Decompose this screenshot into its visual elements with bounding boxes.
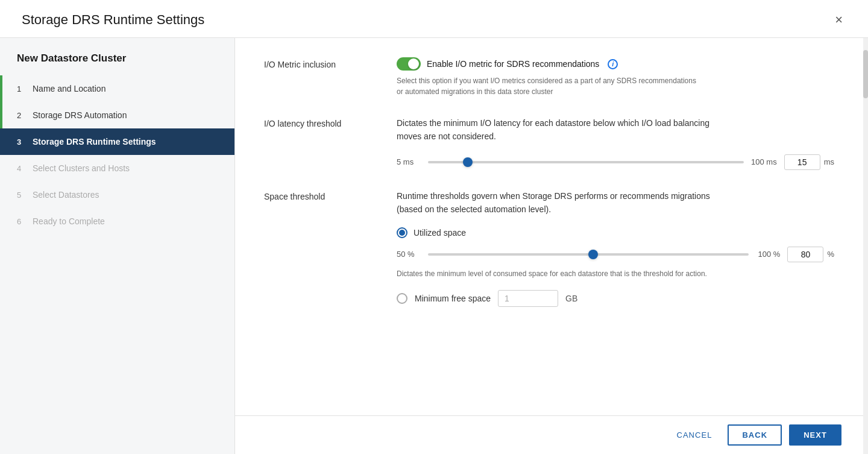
io-latency-control: Dictates the minimum I/O latency for eac… — [397, 116, 834, 170]
dialog-title: Storage DRS Runtime Settings — [22, 12, 204, 28]
io-metric-label: I/O Metric inclusion — [264, 57, 397, 69]
back-button[interactable]: BACK — [728, 424, 782, 446]
io-latency-max-label: 100 ms — [751, 157, 777, 166]
utilized-input-group: % — [787, 247, 834, 262]
io-latency-input-group: ms — [784, 154, 834, 170]
io-latency-slider-row: 5 ms 100 ms ms — [397, 154, 834, 170]
utilized-max-label: 100 % — [756, 250, 780, 259]
utilized-unit: % — [827, 250, 834, 259]
sidebar: New Datastore Cluster 1 Name and Locatio… — [0, 38, 235, 454]
sidebar-item-ready-to-complete: 6 Ready to Complete — [0, 208, 234, 235]
minimum-free-space-unit: GB — [565, 294, 577, 303]
io-latency-label: I/O latency threshold — [264, 116, 397, 128]
step-5-label: Select Datastores — [33, 190, 99, 200]
space-threshold-description: Runtime thresholds govern when Storage D… — [397, 189, 734, 216]
content-area: I/O Metric inclusion Enable I/O metric f… — [235, 38, 863, 415]
sidebar-item-storage-drs-runtime[interactable]: 3 Storage DRS Runtime Settings — [0, 128, 234, 155]
utilized-space-radio-row[interactable]: Utilized space — [397, 227, 834, 238]
step-2-number: 2 — [17, 111, 25, 120]
dialog-header: Storage DRS Runtime Settings × — [0, 0, 868, 38]
io-latency-min-label: 5 ms — [397, 157, 421, 166]
minimum-free-space-row: Minimum free space GB — [397, 290, 834, 307]
io-latency-value-input[interactable] — [784, 154, 820, 170]
close-button[interactable]: × — [831, 12, 846, 28]
step-3-number: 3 — [17, 137, 25, 147]
utilized-sub-description: Dictates the minimum level of consumed s… — [397, 268, 710, 279]
utilized-track — [428, 253, 749, 256]
io-latency-unit: ms — [824, 157, 834, 166]
scrollbar[interactable] — [863, 38, 868, 454]
io-latency-row: I/O latency threshold Dictates the minim… — [264, 116, 834, 170]
sidebar-item-name-and-location[interactable]: 1 Name and Location — [0, 75, 234, 102]
space-threshold-control: Runtime thresholds govern when Storage D… — [397, 189, 834, 307]
next-button[interactable]: NEXT — [789, 424, 841, 446]
sidebar-item-storage-drs-automation[interactable]: 2 Storage DRS Automation — [0, 102, 234, 128]
main-content: I/O Metric inclusion Enable I/O metric f… — [235, 38, 863, 454]
step-4-number: 4 — [17, 164, 25, 173]
utilized-slider-container[interactable] — [428, 248, 749, 260]
footer: CANCEL BACK NEXT — [235, 415, 863, 454]
step-6-label: Ready to Complete — [33, 216, 105, 226]
io-metric-toggle-label: Enable I/O metric for SDRS recommendatio… — [427, 59, 599, 69]
sidebar-item-select-datastores: 5 Select Datastores — [0, 181, 234, 208]
utilized-value-input[interactable] — [787, 247, 823, 262]
scrollbar-thumb[interactable] — [863, 50, 868, 98]
utilized-space-slider-row: 50 % 100 % % — [397, 247, 834, 262]
step-5-number: 5 — [17, 191, 25, 200]
step-3-label: Storage DRS Runtime Settings — [33, 137, 156, 147]
io-latency-description: Dictates the minimum I/O latency for eac… — [397, 116, 734, 143]
step-6-number: 6 — [17, 217, 25, 226]
sidebar-item-select-clusters: 4 Select Clusters and Hosts — [0, 155, 234, 181]
io-metric-description: Select this option if you want I/O metri… — [397, 75, 698, 97]
step-2-label: Storage DRS Automation — [33, 110, 127, 120]
io-latency-slider-container[interactable] — [428, 156, 744, 168]
io-metric-row: I/O Metric inclusion Enable I/O metric f… — [264, 57, 834, 97]
io-latency-track — [428, 161, 744, 163]
io-metric-control: Enable I/O metric for SDRS recommendatio… — [397, 57, 834, 97]
io-latency-thumb[interactable] — [463, 157, 473, 167]
io-metric-info-icon[interactable]: i — [608, 59, 618, 69]
cancel-button[interactable]: CANCEL — [668, 426, 720, 444]
utilized-min-label: 50 % — [397, 250, 421, 259]
step-1-label: Name and Location — [33, 84, 105, 93]
utilized-space-label: Utilized space — [414, 228, 466, 238]
space-threshold-label: Space threshold — [264, 189, 397, 201]
io-metric-toggle[interactable] — [397, 57, 421, 71]
step-1-number: 1 — [17, 84, 25, 93]
utilized-thumb[interactable] — [588, 250, 598, 259]
utilized-space-radio[interactable] — [397, 227, 407, 238]
minimum-free-space-radio[interactable] — [397, 293, 407, 304]
sidebar-heading: New Datastore Cluster — [0, 48, 234, 75]
step-4-label: Select Clusters and Hosts — [33, 163, 130, 173]
minimum-free-space-input[interactable] — [498, 290, 558, 307]
space-threshold-row: Space threshold Runtime thresholds gover… — [264, 189, 834, 307]
minimum-free-space-label: Minimum free space — [415, 294, 491, 303]
io-metric-toggle-row: Enable I/O metric for SDRS recommendatio… — [397, 57, 834, 71]
